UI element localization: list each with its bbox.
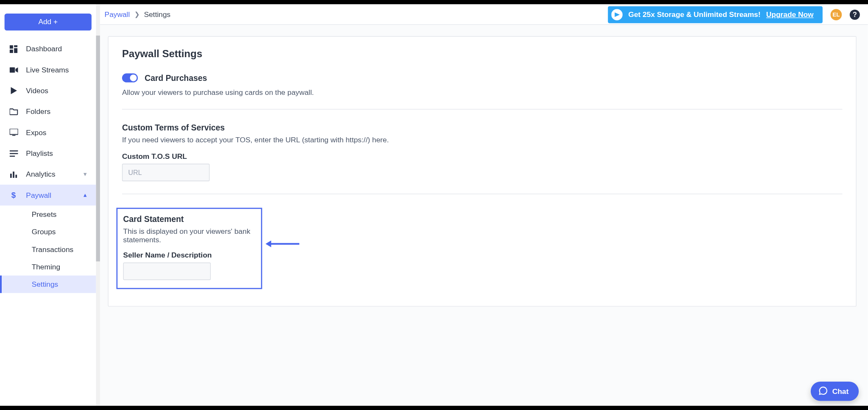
svg-rect-9 (9, 155, 14, 156)
main: Paywall ❯ Settings Get 25x Storage & Unl… (96, 5, 868, 405)
sidebar-subitem-presets[interactable]: Presets (0, 205, 96, 223)
sidebar-item-label: Folders (26, 107, 50, 116)
card-purchases-toggle[interactable] (122, 73, 138, 82)
play-icon (9, 86, 18, 95)
upgrade-text: Get 25x Storage & Unlimited Streams! (628, 10, 760, 19)
chevron-down-icon: ▾ (83, 171, 87, 178)
svg-rect-1 (14, 45, 17, 47)
chat-label: Chat (832, 387, 849, 396)
upgrade-icon (611, 9, 623, 20)
svg-rect-8 (9, 153, 18, 154)
playlist-icon (9, 149, 18, 158)
tos-desc: If you need viewers to accept your TOS, … (122, 136, 843, 144)
card-statement-highlight: Card Statement This is displayed on your… (117, 208, 262, 289)
seller-name-label: Seller Name / Description (123, 251, 256, 259)
chevron-right-icon: ❯ (134, 11, 139, 18)
letterbox-bottom (0, 406, 868, 410)
section-card-statement: Card Statement This is displayed on your… (122, 205, 843, 289)
annotation-arrow (266, 239, 300, 248)
page-title: Paywall Settings (122, 48, 843, 60)
chat-button[interactable]: Chat (811, 382, 859, 401)
help-icon[interactable]: ? (850, 9, 860, 19)
chart-icon (9, 170, 18, 179)
nav-list: Dashboard Live Streams Videos Folders (0, 39, 96, 293)
breadcrumb-current: Settings (144, 10, 171, 19)
breadcrumb: Paywall ❯ Settings (105, 10, 171, 19)
section-tos: Custom Terms of Services If you need vie… (122, 121, 843, 194)
letterbox-top (0, 0, 868, 4)
svg-rect-2 (14, 48, 17, 53)
tos-heading: Custom Terms of Services (122, 123, 843, 132)
svg-rect-4 (9, 67, 14, 72)
sidebar-item-label: Videos (26, 86, 48, 95)
sidebar: Add + Dashboard Live Streams Videos (0, 5, 96, 405)
tos-url-label: Custom T.O.S URL (122, 152, 843, 161)
svg-rect-7 (9, 150, 18, 151)
sidebar-item-playlists[interactable]: Playlists (0, 143, 96, 163)
sidebar-item-dashboard[interactable]: Dashboard (0, 39, 96, 59)
sidebar-item-expos[interactable]: Expos (0, 122, 96, 143)
add-button[interactable]: Add + (5, 14, 92, 30)
svg-rect-6 (12, 135, 15, 136)
sidebar-item-videos[interactable]: Videos (0, 80, 96, 101)
content-area: Paywall Settings Card Purchases Allow yo… (97, 25, 868, 405)
avatar[interactable]: EL (831, 9, 842, 20)
tos-url-input[interactable] (122, 164, 210, 181)
sidebar-item-label: Paywall (26, 191, 51, 199)
sidebar-subitem-transactions[interactable]: Transactions (0, 241, 96, 258)
svg-text:$: $ (11, 191, 16, 199)
sidebar-item-live-streams[interactable]: Live Streams (0, 59, 96, 80)
dashboard-icon (9, 44, 18, 53)
svg-rect-5 (9, 129, 18, 135)
chevron-up-icon: ▴ (83, 191, 87, 199)
sidebar-scrollbar[interactable] (96, 5, 100, 405)
card-statement-desc: This is displayed on your viewers' bank … (123, 227, 256, 244)
sidebar-scrollbar-thumb[interactable] (96, 36, 100, 261)
svg-rect-10 (10, 174, 11, 178)
topbar: Paywall ❯ Settings Get 25x Storage & Unl… (97, 5, 868, 25)
camera-icon (9, 65, 18, 74)
card-purchases-desc: Allow your viewers to purchase using car… (122, 88, 843, 97)
sidebar-item-label: Expos (26, 128, 46, 137)
sidebar-item-analytics[interactable]: Analytics ▾ (0, 164, 96, 185)
upgrade-banner[interactable]: Get 25x Storage & Unlimited Streams! Upg… (608, 6, 822, 23)
card-purchases-label: Card Purchases (145, 73, 207, 82)
sidebar-item-folders[interactable]: Folders (0, 101, 96, 122)
sidebar-item-label: Live Streams (26, 66, 69, 74)
folder-icon (9, 107, 18, 116)
breadcrumb-parent[interactable]: Paywall (105, 10, 130, 19)
svg-rect-11 (13, 172, 14, 178)
sidebar-subitem-groups[interactable]: Groups (0, 223, 96, 241)
sidebar-subitem-settings[interactable]: Settings (0, 276, 96, 293)
sidebar-item-paywall[interactable]: $ Paywall ▴ (0, 185, 96, 205)
chat-icon (819, 386, 828, 396)
card-purchases-row: Card Purchases (122, 73, 843, 82)
card-statement-heading: Card Statement (123, 215, 256, 224)
svg-rect-12 (15, 175, 17, 177)
dollar-icon: $ (9, 191, 18, 199)
section-card-purchases: Card Purchases Allow your viewers to pur… (122, 71, 843, 110)
sidebar-item-label: Playlists (26, 149, 53, 158)
settings-card: Paywall Settings Card Purchases Allow yo… (108, 36, 857, 307)
topbar-right: Get 25x Storage & Unlimited Streams! Upg… (608, 6, 860, 23)
sidebar-item-label: Dashboard (26, 44, 62, 53)
upgrade-link[interactable]: Upgrade Now (766, 10, 814, 19)
seller-name-input[interactable] (123, 263, 211, 280)
svg-rect-3 (10, 49, 13, 53)
svg-rect-0 (10, 45, 13, 48)
sidebar-subitem-theming[interactable]: Theming (0, 258, 96, 275)
monitor-icon (9, 128, 18, 137)
sidebar-item-label: Analytics (26, 170, 55, 178)
